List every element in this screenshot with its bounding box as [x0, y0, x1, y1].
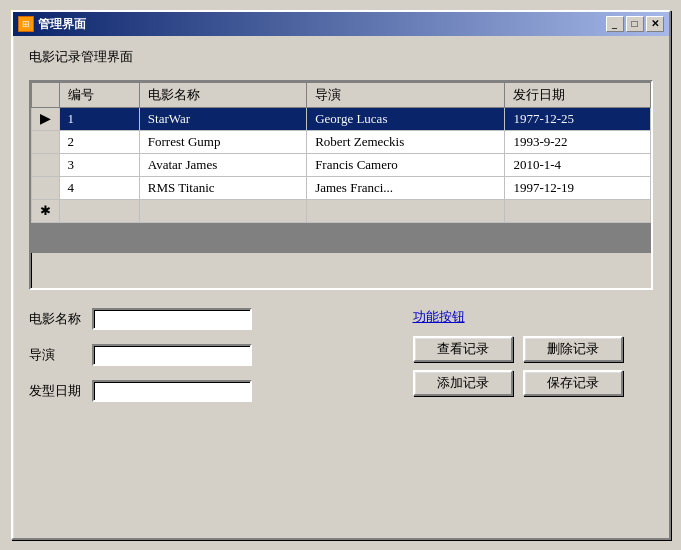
form-section: 电影名称导演发型日期 功能按钮 查看记录 删除记录 添加记录 保存记录	[29, 300, 653, 402]
form-right: 功能按钮 查看记录 删除记录 添加记录 保存记录	[413, 308, 653, 402]
date-input-label: 发型日期	[29, 382, 84, 400]
row-indicator: ▶	[31, 108, 59, 131]
row-director: James Franci...	[307, 177, 505, 200]
row-id: 4	[59, 177, 139, 200]
function-section-label: 功能按钮	[413, 308, 653, 326]
row-date: 1993-9-22	[505, 131, 650, 154]
row-movie-name: StarWar	[139, 108, 306, 131]
director-input-label: 导演	[29, 346, 84, 364]
col-indicator	[31, 83, 59, 108]
row-id: 2	[59, 131, 139, 154]
table-header-row: 编号 电影名称 导演 发行日期	[31, 83, 650, 108]
row-director: Francis Camero	[307, 154, 505, 177]
delete-record-button[interactable]: 删除记录	[523, 336, 623, 362]
movie-name-input-label: 电影名称	[29, 310, 84, 328]
window-icon: ⊞	[18, 16, 34, 32]
row-movie-name: Forrest Gump	[139, 131, 306, 154]
row-indicator	[31, 154, 59, 177]
form-row: 导演	[29, 344, 393, 366]
table-container: 编号 电影名称 导演 发行日期 ▶1StarWarGeorge Lucas197…	[29, 80, 653, 290]
minimize-button[interactable]: _	[606, 16, 624, 32]
row-director: Robert Zemeckis	[307, 131, 505, 154]
col-name: 电影名称	[139, 83, 306, 108]
row-director: George Lucas	[307, 108, 505, 131]
data-table: 编号 电影名称 导演 发行日期 ▶1StarWarGeorge Lucas197…	[31, 82, 651, 223]
new-row[interactable]: ✱	[31, 200, 650, 223]
row-id: 1	[59, 108, 139, 131]
table-row[interactable]: 3Avatar JamesFrancis Camero2010-1-4	[31, 154, 650, 177]
save-record-button[interactable]: 保存记录	[523, 370, 623, 396]
col-director: 导演	[307, 83, 505, 108]
form-left: 电影名称导演发型日期	[29, 308, 393, 402]
button-row-2: 添加记录 保存记录	[413, 370, 653, 396]
page-title: 电影记录管理界面	[29, 48, 653, 66]
titlebar-buttons: _ □ ✕	[606, 16, 664, 32]
new-row-indicator: ✱	[31, 200, 59, 223]
row-date: 1977-12-25	[505, 108, 650, 131]
date-input[interactable]	[92, 380, 252, 402]
add-record-button[interactable]: 添加记录	[413, 370, 513, 396]
window-body: 电影记录管理界面 编号 电影名称 导演 发行日期 ▶1StarWarGeorge…	[13, 36, 669, 538]
row-movie-name: RMS Titanic	[139, 177, 306, 200]
table-row[interactable]: 2Forrest GumpRobert Zemeckis1993-9-22	[31, 131, 650, 154]
col-id: 编号	[59, 83, 139, 108]
row-indicator	[31, 131, 59, 154]
col-date: 发行日期	[505, 83, 650, 108]
row-id: 3	[59, 154, 139, 177]
table-bottom-area	[31, 223, 651, 253]
maximize-button[interactable]: □	[626, 16, 644, 32]
director-input[interactable]	[92, 344, 252, 366]
table-row[interactable]: ▶1StarWarGeorge Lucas1977-12-25	[31, 108, 650, 131]
button-row-1: 查看记录 删除记录	[413, 336, 653, 362]
table-row[interactable]: 4RMS TitanicJames Franci...1997-12-19	[31, 177, 650, 200]
close-button[interactable]: ✕	[646, 16, 664, 32]
form-row: 电影名称	[29, 308, 393, 330]
view-record-button[interactable]: 查看记录	[413, 336, 513, 362]
window-title: 管理界面	[38, 16, 86, 33]
row-indicator	[31, 177, 59, 200]
movie-name-input[interactable]	[92, 308, 252, 330]
titlebar-left: ⊞ 管理界面	[18, 16, 86, 33]
main-window: ⊞ 管理界面 _ □ ✕ 电影记录管理界面 编号 电影名称 导演 发行日期	[11, 10, 671, 540]
row-date: 2010-1-4	[505, 154, 650, 177]
titlebar: ⊞ 管理界面 _ □ ✕	[13, 12, 669, 36]
row-date: 1997-12-19	[505, 177, 650, 200]
row-movie-name: Avatar James	[139, 154, 306, 177]
form-row: 发型日期	[29, 380, 393, 402]
